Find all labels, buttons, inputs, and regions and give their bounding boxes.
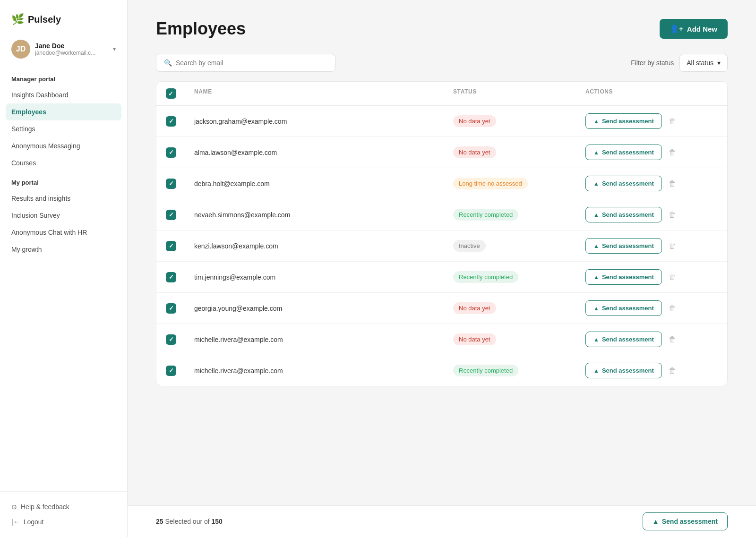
send-assessment-label: Send assessment [602,180,654,187]
send-assessment-button[interactable]: ▲ Send assessment [585,363,662,378]
row-checkbox-cell [166,303,194,314]
sidebar-item-label: Anonymous Chat with HR [11,229,87,236]
table-header: NAME STATUS ACTIONS [156,82,727,106]
selection-text: 25 Selected our of 150 [156,518,223,525]
sidebar-item-settings[interactable]: Settings [0,120,127,137]
triangle-icon: ▲ [653,518,659,525]
triangle-icon: ▲ [593,367,599,374]
help-feedback-item[interactable]: ⊙ Help & feedback [11,499,116,514]
main-content-area: Employees 👤+ Add New 🔍 Filter by status … [128,0,756,537]
user-info: Jane Doe janedoe@workemail.c... [35,42,108,56]
bottom-bar: 25 Selected our of 150 ▲ Send assessment [128,505,756,537]
sidebar-item-employees[interactable]: Employees [6,103,121,120]
sidebar-item-label: Settings [11,125,35,133]
sidebar-item-anonymous-messaging[interactable]: Anonymous Messaging [0,137,127,154]
send-assessment-label: Send assessment [602,211,654,218]
search-box[interactable]: 🔍 [156,54,335,72]
sidebar-item-my-growth[interactable]: My growth [0,241,127,258]
row-checkbox[interactable] [166,116,176,127]
sidebar-item-label: Anonymous Messaging [11,142,80,150]
select-all-checkbox[interactable] [166,88,176,99]
delete-button[interactable]: 🗑 [667,146,678,159]
row-checkbox-cell [166,116,194,127]
delete-button[interactable]: 🗑 [667,302,678,315]
send-assessment-button[interactable]: ▲ Send assessment [585,113,662,129]
row-checkbox-cell [166,210,194,220]
add-new-label: Add New [687,25,717,33]
filters-row: 🔍 Filter by status All status ▾ [156,54,728,72]
status-badge: No data yet [453,333,496,345]
table-row: tim.jennings@example.com Recently comple… [156,262,727,293]
col-status-header: STATUS [453,88,585,99]
send-assessment-button[interactable]: ▲ Send assessment [585,238,662,254]
triangle-icon: ▲ [593,243,599,249]
filter-by-status-label: Filter by status [631,59,674,67]
employee-email: michelle.rivera@example.com [194,367,453,375]
send-assessment-label: Send assessment [602,273,654,281]
add-new-button[interactable]: 👤+ Add New [660,19,728,39]
table-row: georgia.young@example.com No data yet ▲ … [156,293,727,324]
filter-right: Filter by status All status ▾ [631,54,728,72]
delete-button[interactable]: 🗑 [667,209,678,221]
row-checkbox[interactable] [166,366,176,376]
status-badge: Inactive [453,240,486,252]
employees-table: NAME STATUS ACTIONS jackson.graham@examp… [156,81,728,386]
send-assessment-button[interactable]: ▲ Send assessment [585,300,662,316]
row-checkbox[interactable] [166,147,176,158]
triangle-icon: ▲ [593,336,599,343]
status-badge: Recently completed [453,271,518,283]
triangle-icon: ▲ [593,149,599,156]
delete-button[interactable]: 🗑 [667,178,678,190]
add-person-icon: 👤+ [670,25,683,33]
help-icon: ⊙ [11,503,17,511]
row-checkbox[interactable] [166,210,176,220]
triangle-icon: ▲ [593,212,599,218]
send-assessment-button[interactable]: ▲ Send assessment [585,176,662,191]
row-checkbox[interactable] [166,272,176,282]
send-assessment-label: Send assessment [602,305,654,312]
send-assessment-label: Send assessment [602,367,654,374]
sidebar-item-results-insights[interactable]: Results and insights [0,190,127,207]
delete-button[interactable]: 🗑 [667,333,678,346]
row-checkbox[interactable] [166,303,176,314]
send-assessment-button[interactable]: ▲ Send assessment [585,269,662,285]
trash-icon: 🗑 [669,148,676,156]
row-checkbox[interactable] [166,334,176,345]
status-cell: No data yet [453,146,585,158]
delete-button[interactable]: 🗑 [667,115,678,128]
search-input[interactable] [176,59,327,67]
sidebar-item-insights-dashboard[interactable]: Insights Dashboard [0,86,127,103]
employee-email: kenzi.lawson@example.com [194,242,453,250]
row-checkbox-cell [166,272,194,282]
delete-button[interactable]: 🗑 [667,271,678,283]
status-badge: Recently completed [453,365,518,376]
page-title: Employees [156,19,246,39]
manager-portal-label: Manager portal [0,68,127,86]
status-cell: Recently completed [453,271,585,283]
delete-button[interactable]: 🗑 [667,365,678,377]
row-checkbox[interactable] [166,179,176,189]
row-checkbox[interactable] [166,241,176,251]
table-row: kenzi.lawson@example.com Inactive ▲ Send… [156,230,727,262]
trash-icon: 🗑 [669,273,676,281]
user-profile[interactable]: JD Jane Doe janedoe@workemail.c... ▾ [0,35,127,68]
status-cell: Recently completed [453,209,585,221]
send-assessment-bottom-button[interactable]: ▲ Send assessment [643,512,728,530]
status-badge: No data yet [453,302,496,314]
employee-email: nevaeh.simmons@example.com [194,211,453,219]
sidebar-item-courses[interactable]: Courses [0,154,127,171]
logout-icon: |← [11,518,20,526]
table-row: nevaeh.simmons@example.com Recently comp… [156,199,727,230]
sidebar-item-anonymous-chat-hr[interactable]: Anonymous Chat with HR [0,224,127,241]
main-content: Employees 👤+ Add New 🔍 Filter by status … [128,0,756,505]
send-assessment-button[interactable]: ▲ Send assessment [585,332,662,347]
send-assessment-button[interactable]: ▲ Send assessment [585,207,662,222]
status-cell: No data yet [453,333,585,345]
logout-item[interactable]: |← Logout [11,514,116,529]
delete-button[interactable]: 🗑 [667,240,678,252]
send-assessment-bottom-label: Send assessment [662,518,718,525]
actions-cell: ▲ Send assessment 🗑 [585,300,718,316]
send-assessment-button[interactable]: ▲ Send assessment [585,145,662,160]
status-select[interactable]: All status ▾ [679,54,728,72]
sidebar-item-inclusion-survey[interactable]: Inclusion Survey [0,207,127,224]
